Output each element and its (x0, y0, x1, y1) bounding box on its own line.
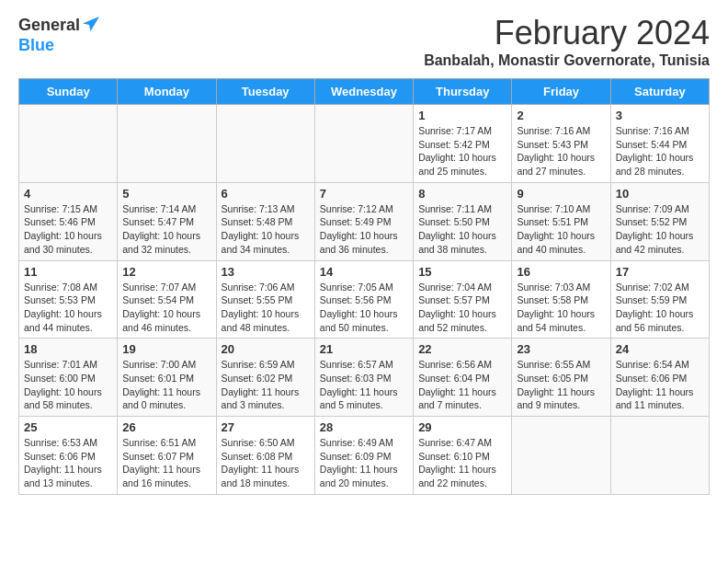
col-saturday: Saturday (610, 79, 709, 105)
calendar-cell: 1Sunrise: 7:17 AMSunset: 5:42 PMDaylight… (414, 105, 512, 183)
calendar-cell: 25Sunrise: 6:53 AMSunset: 6:06 PMDayligh… (19, 417, 118, 495)
day-info: Sunrise: 6:49 AMSunset: 6:09 PMDaylight:… (320, 436, 408, 490)
day-info: Sunrise: 7:08 AMSunset: 5:53 PMDaylight:… (24, 281, 112, 335)
day-info: Sunrise: 7:05 AMSunset: 5:56 PMDaylight:… (320, 281, 408, 335)
day-info: Sunrise: 7:12 AMSunset: 5:49 PMDaylight:… (320, 202, 408, 257)
day-number: 10 (616, 187, 704, 201)
col-tuesday: Tuesday (216, 79, 314, 105)
calendar-cell: 19Sunrise: 7:00 AMSunset: 6:01 PMDayligh… (118, 339, 216, 417)
col-wednesday: Wednesday (314, 79, 413, 105)
calendar-cell: 17Sunrise: 7:02 AMSunset: 5:59 PMDayligh… (610, 260, 709, 339)
day-number: 13 (222, 265, 310, 279)
day-info: Sunrise: 6:50 AMSunset: 6:08 PMDaylight:… (222, 436, 310, 490)
day-number: 19 (122, 342, 210, 356)
calendar-cell: 16Sunrise: 7:03 AMSunset: 5:58 PMDayligh… (512, 260, 610, 339)
day-number: 25 (24, 420, 112, 434)
day-info: Sunrise: 7:16 AMSunset: 5:43 PMDaylight:… (517, 124, 605, 178)
calendar-cell: 6Sunrise: 7:13 AMSunset: 5:48 PMDaylight… (216, 182, 314, 260)
day-info: Sunrise: 6:47 AMSunset: 6:10 PMDaylight:… (418, 436, 506, 490)
day-info: Sunrise: 7:03 AMSunset: 5:58 PMDaylight:… (517, 281, 605, 335)
calendar-cell: 7Sunrise: 7:12 AMSunset: 5:49 PMDaylight… (314, 182, 413, 260)
calendar-cell: 15Sunrise: 7:04 AMSunset: 5:57 PMDayligh… (414, 260, 512, 339)
day-info: Sunrise: 7:02 AMSunset: 5:59 PMDaylight:… (616, 281, 704, 335)
logo: General Blue (18, 14, 102, 55)
calendar-week-3: 11Sunrise: 7:08 AMSunset: 5:53 PMDayligh… (19, 260, 710, 339)
day-number: 17 (616, 265, 704, 279)
logo-bird-icon (80, 14, 102, 36)
calendar-cell (512, 417, 610, 495)
logo-general-text: General (18, 16, 80, 35)
calendar-cell: 21Sunrise: 6:57 AMSunset: 6:03 PMDayligh… (314, 339, 413, 417)
calendar-cell: 29Sunrise: 6:47 AMSunset: 6:10 PMDayligh… (414, 417, 512, 495)
calendar-cell: 8Sunrise: 7:11 AMSunset: 5:50 PMDaylight… (414, 182, 512, 260)
day-info: Sunrise: 7:14 AMSunset: 5:47 PMDaylight:… (122, 202, 210, 257)
day-info: Sunrise: 6:57 AMSunset: 6:03 PMDaylight:… (320, 358, 408, 412)
day-info: Sunrise: 7:04 AMSunset: 5:57 PMDaylight:… (418, 281, 506, 335)
day-number: 11 (24, 265, 112, 279)
col-sunday: Sunday (19, 79, 118, 105)
calendar-cell: 24Sunrise: 6:54 AMSunset: 6:06 PMDayligh… (610, 339, 709, 417)
calendar-cell: 2Sunrise: 7:16 AMSunset: 5:43 PMDaylight… (512, 105, 610, 183)
day-number: 5 (122, 187, 210, 201)
day-number: 14 (320, 265, 408, 279)
header-row: Sunday Monday Tuesday Wednesday Thursday… (19, 79, 710, 105)
calendar-table: Sunday Monday Tuesday Wednesday Thursday… (18, 78, 710, 495)
day-info: Sunrise: 7:15 AMSunset: 5:46 PMDaylight:… (24, 202, 112, 257)
day-number: 15 (418, 265, 506, 279)
day-number: 24 (616, 342, 704, 356)
day-info: Sunrise: 6:54 AMSunset: 6:06 PMDaylight:… (616, 358, 704, 412)
calendar-cell: 20Sunrise: 6:59 AMSunset: 6:02 PMDayligh… (216, 339, 314, 417)
day-info: Sunrise: 6:51 AMSunset: 6:07 PMDaylight:… (122, 436, 210, 490)
day-info: Sunrise: 7:10 AMSunset: 5:51 PMDaylight:… (517, 202, 605, 257)
calendar-cell (216, 105, 314, 183)
calendar-week-2: 4Sunrise: 7:15 AMSunset: 5:46 PMDaylight… (19, 182, 710, 260)
day-info: Sunrise: 7:13 AMSunset: 5:48 PMDaylight:… (222, 202, 310, 257)
day-number: 9 (517, 187, 605, 201)
day-info: Sunrise: 7:17 AMSunset: 5:42 PMDaylight:… (418, 124, 506, 178)
day-info: Sunrise: 7:00 AMSunset: 6:01 PMDaylight:… (122, 358, 210, 412)
calendar-week-5: 25Sunrise: 6:53 AMSunset: 6:06 PMDayligh… (19, 417, 710, 495)
calendar-cell: 14Sunrise: 7:05 AMSunset: 5:56 PMDayligh… (314, 260, 413, 339)
page-container: General Blue February 2024 Banbalah, Mon… (0, 0, 728, 509)
calendar-cell: 18Sunrise: 7:01 AMSunset: 6:00 PMDayligh… (19, 339, 118, 417)
day-number: 4 (24, 187, 112, 201)
calendar-week-4: 18Sunrise: 7:01 AMSunset: 6:00 PMDayligh… (19, 339, 710, 417)
day-number: 2 (517, 109, 605, 122)
day-info: Sunrise: 7:11 AMSunset: 5:50 PMDaylight:… (418, 202, 506, 257)
calendar-cell: 4Sunrise: 7:15 AMSunset: 5:46 PMDaylight… (19, 182, 118, 260)
day-info: Sunrise: 6:56 AMSunset: 6:04 PMDaylight:… (418, 358, 506, 412)
day-number: 21 (320, 342, 408, 356)
day-number: 20 (222, 342, 310, 356)
day-number: 16 (517, 265, 605, 279)
day-info: Sunrise: 6:53 AMSunset: 6:06 PMDaylight:… (24, 436, 112, 490)
day-number: 8 (418, 187, 506, 201)
calendar-body: 1Sunrise: 7:17 AMSunset: 5:42 PMDaylight… (19, 105, 710, 495)
calendar-week-1: 1Sunrise: 7:17 AMSunset: 5:42 PMDaylight… (19, 105, 710, 183)
calendar-cell: 23Sunrise: 6:55 AMSunset: 6:05 PMDayligh… (512, 339, 610, 417)
day-number: 29 (418, 420, 506, 434)
day-number: 28 (320, 420, 408, 434)
day-number: 26 (122, 420, 210, 434)
calendar-cell: 13Sunrise: 7:06 AMSunset: 5:55 PMDayligh… (216, 260, 314, 339)
title-block: February 2024 Banbalah, Monastir Governo… (424, 14, 710, 69)
day-info: Sunrise: 6:59 AMSunset: 6:02 PMDaylight:… (222, 358, 310, 412)
col-friday: Friday (512, 79, 610, 105)
calendar-cell: 22Sunrise: 6:56 AMSunset: 6:04 PMDayligh… (414, 339, 512, 417)
calendar-cell: 10Sunrise: 7:09 AMSunset: 5:52 PMDayligh… (610, 182, 709, 260)
day-number: 12 (122, 265, 210, 279)
logo-blue-text: Blue (18, 36, 54, 55)
day-number: 18 (24, 342, 112, 356)
calendar-cell: 9Sunrise: 7:10 AMSunset: 5:51 PMDaylight… (512, 182, 610, 260)
calendar-cell: 27Sunrise: 6:50 AMSunset: 6:08 PMDayligh… (216, 417, 314, 495)
header: General Blue February 2024 Banbalah, Mon… (18, 14, 710, 69)
col-monday: Monday (118, 79, 216, 105)
day-info: Sunrise: 7:06 AMSunset: 5:55 PMDaylight:… (222, 281, 310, 335)
day-number: 3 (616, 109, 704, 122)
location: Banbalah, Monastir Governorate, Tunisia (424, 52, 710, 69)
day-info: Sunrise: 7:07 AMSunset: 5:54 PMDaylight:… (122, 281, 210, 335)
day-info: Sunrise: 7:01 AMSunset: 6:00 PMDaylight:… (24, 358, 112, 412)
day-info: Sunrise: 7:16 AMSunset: 5:44 PMDaylight:… (616, 124, 704, 178)
col-thursday: Thursday (414, 79, 512, 105)
calendar-cell: 28Sunrise: 6:49 AMSunset: 6:09 PMDayligh… (314, 417, 413, 495)
calendar-cell (19, 105, 118, 183)
